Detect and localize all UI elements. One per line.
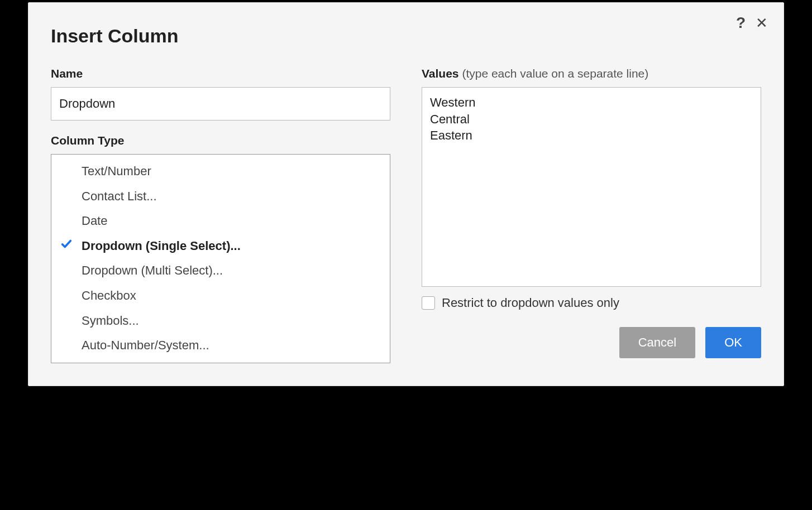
type-item-label: Auto-Number/System... (82, 338, 209, 354)
button-row: Cancel OK (422, 327, 761, 358)
values-textarea[interactable] (422, 87, 761, 287)
type-item-label: Contact List... (82, 189, 157, 205)
type-item-symbols[interactable]: Symbols... (51, 309, 390, 334)
values-label-text: Values (422, 67, 459, 80)
check-icon (60, 238, 73, 254)
values-section: Values (type each value on a separate li… (422, 67, 761, 310)
type-item-label: Dropdown (Single Select)... (82, 238, 241, 254)
type-item-label: Checkbox (82, 288, 136, 304)
content-row: Name Column Type Text/Number Contact Lis… (51, 67, 761, 363)
restrict-label[interactable]: Restrict to dropdown values only (442, 296, 619, 310)
insert-column-dialog: ? ✕ Insert Column Name Column Type Text/… (28, 2, 784, 386)
cancel-button[interactable]: Cancel (619, 327, 695, 358)
left-column: Name Column Type Text/Number Contact Lis… (51, 67, 390, 363)
close-icon[interactable]: ✕ (756, 15, 768, 32)
ok-button[interactable]: OK (705, 327, 761, 358)
column-type-list: Text/Number Contact List... Date Dropdow… (51, 154, 390, 363)
restrict-checkbox[interactable] (422, 296, 435, 310)
column-type-label: Column Type (51, 134, 390, 147)
type-item-label: Dropdown (Multi Select)... (82, 263, 223, 279)
dialog-title: Insert Column (51, 25, 761, 47)
help-icon[interactable]: ? (736, 14, 746, 32)
column-type-section: Column Type Text/Number Contact List... … (51, 134, 390, 363)
type-item-auto-number[interactable]: Auto-Number/System... (51, 333, 390, 358)
values-label: Values (type each value on a separate li… (422, 67, 761, 80)
type-item-text-number[interactable]: Text/Number (51, 159, 390, 184)
type-item-label: Symbols... (82, 313, 139, 329)
type-item-date[interactable]: Date (51, 209, 390, 234)
name-input[interactable] (51, 87, 390, 121)
type-item-contact-list[interactable]: Contact List... (51, 184, 390, 209)
dialog-top-controls: ? ✕ (736, 14, 768, 32)
type-item-label: Date (82, 213, 107, 229)
type-item-label: Text/Number (82, 163, 151, 180)
restrict-row: Restrict to dropdown values only (422, 296, 761, 310)
right-column: Values (type each value on a separate li… (422, 67, 761, 363)
type-item-dropdown-multi[interactable]: Dropdown (Multi Select)... (51, 258, 390, 283)
type-item-checkbox[interactable]: Checkbox (51, 283, 390, 309)
type-item-dropdown-single[interactable]: Dropdown (Single Select)... (51, 234, 390, 259)
values-hint: (type each value on a separate line) (459, 67, 649, 80)
name-label: Name (51, 67, 390, 80)
